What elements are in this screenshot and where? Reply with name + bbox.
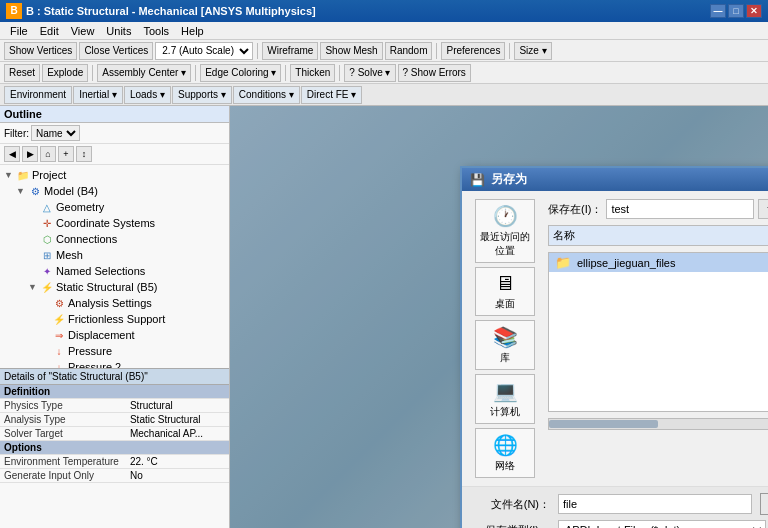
network-icon: 🌐	[493, 433, 518, 457]
tree-item-project[interactable]: ▼ 📁 Project	[2, 167, 227, 183]
edge-coloring-button[interactable]: Edge Coloring ▾	[200, 64, 281, 82]
direct-fe-button[interactable]: Direct FE ▾	[301, 86, 362, 104]
explode-button[interactable]: Explode	[42, 64, 88, 82]
solver-target-value: Mechanical AP...	[126, 427, 229, 441]
nav-desktop[interactable]: 🖥 桌面	[475, 267, 535, 316]
toolbar-separator-5	[195, 65, 196, 81]
save-dialog: 💾 另存为 ✕ 🕐 最近访问的位置 🖥 桌面	[460, 166, 768, 528]
filename-row: 文件名(N)： 保存(S)	[470, 493, 768, 515]
tree-item-friction[interactable]: ⚡ Frictionless Support	[2, 311, 227, 327]
size-button[interactable]: Size ▾	[514, 42, 551, 60]
expand-icon: ▼	[28, 282, 40, 292]
solver-target-label: Solver Target	[0, 427, 126, 441]
minimize-button[interactable]: —	[710, 4, 726, 18]
static-icon: ⚡	[40, 280, 54, 294]
tree-label-project: Project	[32, 169, 66, 181]
save-location-input[interactable]	[606, 199, 754, 219]
filetype-select[interactable]: APDL Input Files (*.dat)	[558, 520, 766, 528]
scrollbar-area	[548, 418, 768, 430]
save-location-buttons: ↑ 📁 ⊞	[758, 199, 768, 219]
menu-view[interactable]: View	[65, 24, 101, 38]
horizontal-scrollbar[interactable]	[548, 418, 768, 430]
maximize-button[interactable]: □	[728, 4, 744, 18]
analysis-type-value: Static Structural	[126, 413, 229, 427]
tree-expand-button[interactable]: +	[58, 146, 74, 162]
tree-back-button[interactable]: ◀	[4, 146, 20, 162]
filetype-row: 保存类型(I)： APDL Input Files (*.dat) 取消	[470, 519, 768, 528]
tree-item-pressure2[interactable]: ↓ Pressure 2	[2, 359, 227, 368]
supports-button[interactable]: Supports ▾	[172, 86, 232, 104]
tree-home-button[interactable]: ⌂	[40, 146, 56, 162]
tree-item-pressure[interactable]: ↓ Pressure	[2, 343, 227, 359]
toolbar-separator	[257, 43, 258, 59]
tree-item-coord[interactable]: ✛ Coordinate Systems	[2, 215, 227, 231]
show-mesh-button[interactable]: Show Mesh	[320, 42, 382, 60]
inertial-button[interactable]: Inertial ▾	[73, 86, 123, 104]
conditions-button[interactable]: Conditions ▾	[233, 86, 300, 104]
physics-type-label: Physics Type	[0, 399, 126, 413]
close-vertices-button[interactable]: Close Vertices	[79, 42, 153, 60]
tree-label-model: Model (B4)	[44, 185, 98, 197]
tree-item-named[interactable]: ✦ Named Selections	[2, 263, 227, 279]
random-button[interactable]: Random	[385, 42, 433, 60]
tree-label-coord: Coordinate Systems	[56, 217, 155, 229]
tree-area: ▼ 📁 Project ▼ ⚙ Model (B4) △ Geometry ✛ …	[0, 165, 229, 368]
menu-edit[interactable]: Edit	[34, 24, 65, 38]
wireframe-button[interactable]: Wireframe	[262, 42, 318, 60]
section-options: Options	[0, 441, 229, 455]
thicken-button[interactable]: Thicken	[290, 64, 335, 82]
menu-file[interactable]: File	[4, 24, 34, 38]
preferences-button[interactable]: Preferences	[441, 42, 505, 60]
nav-network[interactable]: 🌐 网络	[475, 428, 535, 478]
filename-input[interactable]	[558, 494, 752, 514]
tree-sort-button[interactable]: ↕	[76, 146, 92, 162]
tree-label-pressure: Pressure	[68, 345, 112, 357]
filter-row: Filter: Name	[0, 123, 229, 144]
dialog-nav: 🕐 最近访问的位置 🖥 桌面 📚 库 💻	[470, 199, 540, 478]
file-list-item[interactable]: 📁 ellipse_jieguan_files	[549, 253, 768, 272]
save-location-label: 保存在(I)：	[548, 202, 602, 217]
named-icon: ✦	[40, 264, 54, 278]
assembly-center-button[interactable]: Assembly Center ▾	[97, 64, 191, 82]
physics-type-value: Structural	[126, 399, 229, 413]
nav-up-button[interactable]: ↑	[758, 199, 768, 219]
library-icon: 📚	[493, 325, 518, 349]
show-vertices-button[interactable]: Show Vertices	[4, 42, 77, 60]
menu-tools[interactable]: Tools	[137, 24, 175, 38]
section-definition: Definition	[0, 385, 229, 399]
show-errors-button[interactable]: ? Show Errors	[398, 64, 471, 82]
toolbar-separator-2	[436, 43, 437, 59]
nav-library[interactable]: 📚 库	[475, 320, 535, 370]
solve-button[interactable]: ? Solve ▾	[344, 64, 395, 82]
tree-label-mesh: Mesh	[56, 249, 83, 261]
save-button[interactable]: 保存(S)	[760, 493, 768, 515]
loads-button[interactable]: Loads ▾	[124, 86, 171, 104]
pressure-icon: ↓	[52, 344, 66, 358]
tree-item-model[interactable]: ▼ ⚙ Model (B4)	[2, 183, 227, 199]
environment-button[interactable]: Environment	[4, 86, 72, 104]
filter-select[interactable]: Name	[31, 125, 80, 141]
tree-item-connections[interactable]: ⬡ Connections	[2, 231, 227, 247]
close-button[interactable]: ✕	[746, 4, 762, 18]
nav-computer-label: 计算机	[490, 405, 520, 419]
menu-help[interactable]: Help	[175, 24, 210, 38]
tree-item-mesh[interactable]: ⊞ Mesh	[2, 247, 227, 263]
menu-units[interactable]: Units	[100, 24, 137, 38]
tree-forward-button[interactable]: ▶	[22, 146, 38, 162]
dialog-title-icon: 💾	[470, 173, 485, 187]
nav-recent[interactable]: 🕐 最近访问的位置	[475, 199, 535, 263]
toolbar-1: Show Vertices Close Vertices 2.7 (Auto S…	[0, 40, 768, 62]
tree-label-displacement: Displacement	[68, 329, 135, 341]
reset-button[interactable]: Reset	[4, 64, 40, 82]
tree-item-analysis[interactable]: ⚙ Analysis Settings	[2, 295, 227, 311]
tree-item-displacement[interactable]: ⇒ Displacement	[2, 327, 227, 343]
nav-recent-label: 最近访问的位置	[478, 230, 532, 258]
recent-icon: 🕐	[493, 204, 518, 228]
scale-dropdown[interactable]: 2.7 (Auto Scale)	[155, 42, 253, 60]
file-list[interactable]: 📁 ellipse_jieguan_files	[548, 252, 768, 412]
mesh-icon: ⊞	[40, 248, 54, 262]
nav-computer[interactable]: 💻 计算机	[475, 374, 535, 424]
dialog-title-text: 另存为	[491, 171, 527, 188]
tree-item-geometry[interactable]: △ Geometry	[2, 199, 227, 215]
tree-item-static[interactable]: ▼ ⚡ Static Structural (B5)	[2, 279, 227, 295]
